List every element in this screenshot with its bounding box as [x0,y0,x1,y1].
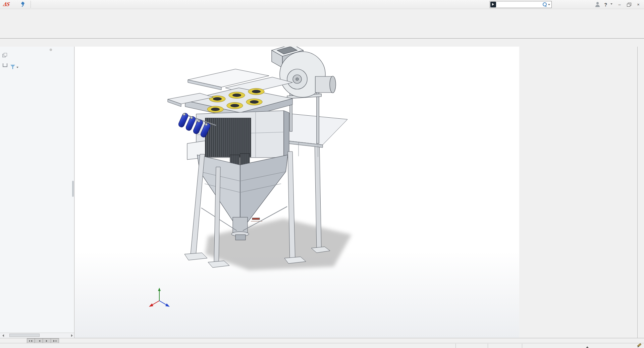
model-tab-bar [0,338,644,343]
title-bar: ΔS ? – × [0,0,644,9]
feature-tree [0,72,74,330]
help-caret-icon[interactable] [610,3,612,6]
window-close-button[interactable]: × [635,2,642,7]
panel-resize-grip[interactable] [50,49,52,51]
solidworks-swoosh-icon: ΔS [3,1,10,8]
units-caret-icon[interactable] [586,345,589,348]
viewport-triad [149,288,170,307]
filter-funnel-icon[interactable] [10,64,15,69]
task-pane [637,47,644,338]
scroll-left-icon[interactable] [0,333,5,337]
command-search[interactable] [490,1,552,8]
toolbar-separator [31,1,31,8]
first-tab-icon[interactable] [27,338,35,343]
model-shadow [205,219,352,270]
edit-mode-pencil-icon [637,344,641,348]
assembly-visualization-icon[interactable] [2,53,7,58]
search-options-caret-icon[interactable] [548,4,550,6]
tab-scroll-buttons [27,338,59,343]
help-button[interactable]: ? [604,2,607,7]
pin-menu-icon[interactable] [20,1,26,7]
graphics-viewport[interactable] [75,47,519,338]
collapsed-pane-icon[interactable] [2,62,7,67]
tree-horizontal-scrollbar[interactable] [0,333,74,337]
solidworks-logo: ΔS [0,0,15,9]
user-account-icon[interactable] [595,2,601,8]
status-bar [0,343,644,348]
filter-caret-icon[interactable] [16,67,18,69]
last-tab-icon[interactable] [51,338,59,343]
tree-vertical-scrollbar[interactable] [72,181,74,197]
window-minimize-button[interactable]: – [616,2,623,7]
featuremanager-panel [0,47,74,338]
scroll-right-icon[interactable] [69,333,74,337]
next-tab-icon[interactable] [43,338,51,343]
search-magnifier-icon[interactable] [542,2,547,7]
solidworks-search-icon [490,2,496,7]
previous-tab-icon[interactable] [35,338,43,343]
addins-ribbon [0,9,644,39]
tree-filter-row[interactable] [10,64,18,69]
model-cartridge-filter [75,47,519,338]
window-restore-button[interactable] [627,2,631,7]
scrollbar-thumb[interactable] [9,334,40,337]
command-tab-band [0,39,644,47]
